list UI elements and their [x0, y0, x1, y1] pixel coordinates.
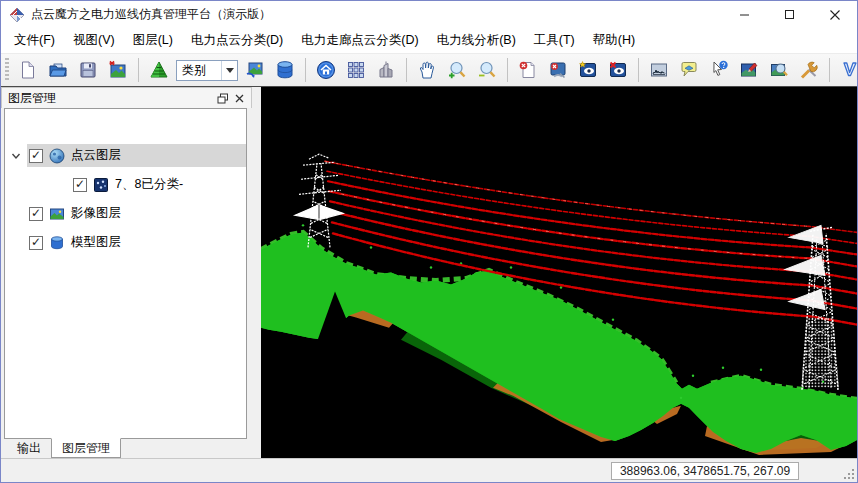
lidar-pyramid-button[interactable]	[146, 57, 172, 83]
toolbar-grip[interactable]	[5, 58, 9, 82]
lidar-pyramid-icon	[149, 60, 169, 80]
building-view-button[interactable]	[373, 57, 399, 83]
close-button[interactable]	[812, 1, 857, 28]
model-layer-icon	[49, 235, 65, 251]
pan-hand-button[interactable]	[414, 57, 440, 83]
edit-image-button[interactable]	[736, 57, 762, 83]
close-icon	[829, 9, 841, 21]
save-button[interactable]	[75, 57, 101, 83]
export-image-button[interactable]	[105, 57, 131, 83]
panel-splitter[interactable]	[252, 87, 261, 458]
remove-page-button[interactable]	[515, 57, 541, 83]
category-dropdown-arrow[interactable]	[221, 61, 237, 80]
app-window: 点云魔方之电力巡线仿真管理平台（演示版） 文件(F) 视图(V) 图层(L) 电…	[0, 0, 858, 483]
tree-row-pointcloud-layer[interactable]: 点云图层	[5, 141, 246, 170]
new-file-icon	[18, 60, 38, 80]
maximize-button[interactable]	[767, 1, 812, 28]
open-file-button[interactable]	[45, 57, 71, 83]
viewport-3d[interactable]	[261, 87, 857, 458]
wrench-settings-button[interactable]	[796, 57, 822, 83]
window-title: 点云魔方之电力巡线仿真管理平台（演示版）	[31, 6, 722, 23]
toolbar-separator	[138, 58, 139, 82]
tab-output[interactable]: 输出	[7, 439, 51, 458]
category-dropdown[interactable]: 类别	[176, 60, 238, 81]
pointcloud-layer-label: 点云图层	[71, 147, 121, 164]
pointcloud-scene	[261, 87, 857, 458]
coordinate-readout: 388963.06, 3478651.75, 267.09	[611, 462, 799, 480]
menu-corridor-cloud-classify[interactable]: 电力走廊点云分类(D)	[292, 28, 427, 53]
menu-help[interactable]: 帮助(H)	[584, 28, 644, 53]
hide-layer-button[interactable]	[605, 57, 631, 83]
remove-page-icon	[518, 60, 538, 80]
pointcloud-layer-checkbox[interactable]	[29, 149, 43, 163]
menu-powerline-analysis[interactable]: 电力线分析(B)	[428, 28, 525, 53]
classify-tools-button[interactable]	[545, 57, 571, 83]
main-area: 图层管理	[1, 87, 857, 458]
toolbar-separator	[829, 58, 830, 82]
building-view-icon	[376, 60, 396, 80]
hide-layer-icon	[608, 60, 628, 80]
help-cursor-icon	[709, 60, 729, 80]
home-view-icon	[316, 60, 336, 80]
menu-powerline-cloud-classify[interactable]: 电力点云分类(D)	[182, 28, 292, 53]
grid-view-button[interactable]	[343, 57, 369, 83]
point-dataset-icon	[93, 177, 109, 193]
open-file-icon	[48, 60, 68, 80]
search-image-button[interactable]	[766, 57, 792, 83]
window-controls	[722, 1, 857, 28]
v-logo-button[interactable]	[837, 57, 858, 83]
image-process-button[interactable]	[242, 57, 268, 83]
panel-close-button[interactable]	[231, 90, 247, 106]
menu-file[interactable]: 文件(F)	[5, 28, 64, 53]
layer-panel: 图层管理	[1, 87, 252, 458]
tree-row-classified-dataset[interactable]: 7、8已分类-	[5, 170, 246, 199]
home-view-button[interactable]	[313, 57, 339, 83]
classify-tools-icon	[548, 60, 568, 80]
model-layer-checkbox[interactable]	[29, 236, 43, 250]
maximize-icon	[784, 9, 795, 20]
zoom-out-button[interactable]	[474, 57, 500, 83]
tree-row-image-layer[interactable]: 影像图层	[5, 199, 246, 228]
menu-bar: 文件(F) 视图(V) 图层(L) 电力点云分类(D) 电力走廊点云分类(D) …	[1, 28, 857, 54]
edit-image-icon	[739, 60, 759, 80]
show-layer-icon	[578, 60, 598, 80]
image-layer-label: 影像图层	[71, 205, 121, 222]
menu-layer[interactable]: 图层(L)	[124, 28, 182, 53]
toolbar-separator	[305, 58, 306, 82]
zoom-in-icon	[447, 60, 467, 80]
new-file-button[interactable]	[15, 57, 41, 83]
minimize-icon	[739, 9, 750, 20]
classified-dataset-checkbox[interactable]	[73, 178, 87, 192]
float-window-icon	[217, 93, 229, 104]
layer-panel-title: 图层管理	[8, 90, 215, 107]
annotation-bubble-button[interactable]	[676, 57, 702, 83]
menu-view[interactable]: 视图(V)	[64, 28, 124, 53]
database-button[interactable]	[272, 57, 298, 83]
zoom-out-icon	[477, 60, 497, 80]
minimize-button[interactable]	[722, 1, 767, 28]
resize-grip-icon[interactable]	[842, 467, 855, 480]
tree-row-model-layer[interactable]: 模型图层	[5, 228, 246, 257]
title-bar: 点云魔方之电力巡线仿真管理平台（演示版）	[1, 1, 857, 28]
model-layer-label: 模型图层	[71, 234, 121, 251]
classified-dataset-label: 7、8已分类-	[115, 176, 183, 193]
menu-tools[interactable]: 工具(T)	[525, 28, 584, 53]
profile-chart-icon	[649, 60, 669, 80]
toolbar-separator	[507, 58, 508, 82]
toolbar-separator	[638, 58, 639, 82]
toolbar: 类别	[1, 54, 857, 87]
show-layer-button[interactable]	[575, 57, 601, 83]
panel-float-button[interactable]	[215, 90, 231, 106]
zoom-in-button[interactable]	[444, 57, 470, 83]
image-layer-icon	[49, 206, 65, 222]
profile-chart-button[interactable]	[646, 57, 672, 83]
tab-layer-management[interactable]: 图层管理	[51, 438, 121, 458]
help-cursor-button[interactable]	[706, 57, 732, 83]
category-dropdown-value: 类别	[177, 62, 221, 79]
status-bar: 388963.06, 3478651.75, 267.09	[1, 458, 857, 482]
image-layer-checkbox[interactable]	[29, 207, 43, 221]
grid-view-icon	[346, 60, 366, 80]
annotation-bubble-icon	[679, 60, 699, 80]
layer-tree: 点云图层 7、8已	[4, 108, 247, 439]
expand-chevron-icon[interactable]	[5, 150, 27, 162]
